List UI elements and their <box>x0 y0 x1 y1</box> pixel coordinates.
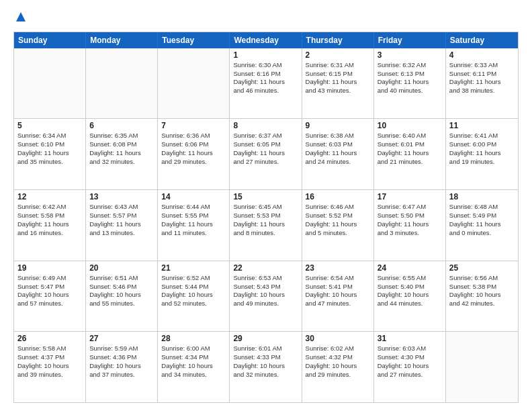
day-number: 15 <box>233 192 298 201</box>
calendar-cell: 20Sunrise: 6:51 AMSunset: 5:46 PMDayligh… <box>86 261 158 332</box>
day-number: 21 <box>161 263 226 273</box>
cell-line: Sunrise: 6:35 AM <box>89 132 154 140</box>
day-number: 23 <box>306 263 370 273</box>
cell-line: Sunrise: 6:45 AM <box>233 203 298 212</box>
day-number: 29 <box>233 334 298 343</box>
cell-line: Daylight: 11 hours <box>161 220 226 229</box>
calendar-cell: 16Sunrise: 6:46 AMSunset: 5:52 PMDayligh… <box>302 190 374 261</box>
day-number: 18 <box>449 192 515 201</box>
cell-line: Sunset: 5:52 PM <box>306 212 370 220</box>
calendar-cell: 7Sunrise: 6:36 AMSunset: 6:06 PMDaylight… <box>158 119 230 189</box>
cell-line: Sunset: 6:13 PM <box>378 70 442 79</box>
cell-line: Daylight: 11 hours <box>161 149 226 158</box>
calendar-header: SundayMondayTuesdayWednesdayThursdayFrid… <box>14 32 518 48</box>
cell-line: Sunset: 6:03 PM <box>306 140 370 149</box>
cell-line: and 19 minutes. <box>449 158 515 167</box>
cell-line: Daylight: 10 hours <box>449 291 515 300</box>
cell-line: Sunrise: 6:00 AM <box>161 345 226 353</box>
weekday-header: Monday <box>86 32 158 48</box>
cell-line: Daylight: 11 hours <box>306 78 370 87</box>
cell-line: Sunrise: 6:37 AM <box>233 132 298 140</box>
calendar-cell: 28Sunrise: 6:00 AMSunset: 4:34 PMDayligh… <box>158 332 230 402</box>
cell-line: and 34 minutes. <box>161 371 226 379</box>
cell-line: Sunset: 4:32 PM <box>306 353 370 362</box>
day-number: 25 <box>449 263 515 273</box>
cell-line: and 44 minutes. <box>378 300 442 308</box>
cell-line: Sunset: 4:36 PM <box>89 353 154 362</box>
day-number: 7 <box>161 121 226 130</box>
cell-line: Sunrise: 6:36 AM <box>161 132 226 140</box>
cell-line: Daylight: 10 hours <box>161 362 226 371</box>
day-number: 5 <box>17 121 82 130</box>
cell-line: and 35 minutes. <box>17 158 82 167</box>
calendar-cell: 4Sunrise: 6:33 AMSunset: 6:11 PMDaylight… <box>446 48 518 119</box>
day-number: 22 <box>233 263 298 273</box>
cell-line: and 46 minutes. <box>233 87 298 95</box>
day-number: 4 <box>449 50 515 60</box>
cell-line: Sunset: 4:33 PM <box>233 353 298 362</box>
calendar-row: 5Sunrise: 6:34 AMSunset: 6:10 PMDaylight… <box>14 118 518 189</box>
weekday-header: Wednesday <box>230 32 302 48</box>
calendar-cell: 10Sunrise: 6:40 AMSunset: 6:01 PMDayligh… <box>374 119 446 189</box>
day-number: 19 <box>17 263 82 273</box>
day-number: 28 <box>161 334 226 343</box>
cell-line: and 13 minutes. <box>89 229 154 238</box>
cell-line: Daylight: 10 hours <box>233 291 298 300</box>
calendar-cell: 21Sunrise: 6:52 AMSunset: 5:44 PMDayligh… <box>158 261 230 332</box>
cell-line: Sunrise: 6:34 AM <box>17 132 82 140</box>
cell-line: Sunset: 6:11 PM <box>449 70 515 79</box>
cell-line: Sunset: 5:58 PM <box>17 212 82 220</box>
cell-line: Daylight: 10 hours <box>17 362 82 371</box>
cell-line: and 42 minutes. <box>449 300 515 308</box>
cell-line: Sunrise: 6:33 AM <box>449 61 515 70</box>
day-number: 13 <box>89 192 154 201</box>
calendar-cell: 17Sunrise: 6:47 AMSunset: 5:50 PMDayligh… <box>374 190 446 261</box>
calendar-cell: 9Sunrise: 6:38 AMSunset: 6:03 PMDaylight… <box>302 119 374 189</box>
day-number: 26 <box>17 334 82 343</box>
cell-line: Sunset: 5:38 PM <box>449 283 515 291</box>
calendar-cell <box>86 48 158 119</box>
calendar-cell: 13Sunrise: 6:43 AMSunset: 5:57 PMDayligh… <box>86 190 158 261</box>
cell-line: Sunrise: 6:55 AM <box>378 274 442 283</box>
day-number: 6 <box>89 121 154 130</box>
cell-line: and 47 minutes. <box>306 300 370 308</box>
cell-line: and 32 minutes. <box>89 158 154 167</box>
cell-line: Sunset: 5:46 PM <box>89 283 154 291</box>
cell-line: Sunset: 6:00 PM <box>449 140 515 149</box>
day-number: 2 <box>306 50 370 60</box>
cell-line: Daylight: 10 hours <box>378 362 442 371</box>
cell-line: and 8 minutes. <box>233 229 298 238</box>
weekday-header: Sunday <box>14 32 86 48</box>
calendar-cell: 29Sunrise: 6:01 AMSunset: 4:33 PMDayligh… <box>230 332 302 402</box>
cell-line: Daylight: 11 hours <box>17 149 82 158</box>
calendar-cell: 23Sunrise: 6:54 AMSunset: 5:41 PMDayligh… <box>302 261 374 332</box>
calendar-cell: 27Sunrise: 5:59 AMSunset: 4:36 PMDayligh… <box>86 332 158 402</box>
cell-line: Daylight: 11 hours <box>89 220 154 229</box>
cell-line: Daylight: 10 hours <box>233 362 298 371</box>
calendar-row: 19Sunrise: 6:49 AMSunset: 5:47 PMDayligh… <box>14 261 518 332</box>
calendar-cell: 26Sunrise: 5:58 AMSunset: 4:37 PMDayligh… <box>14 332 86 402</box>
cell-line: Sunrise: 6:30 AM <box>233 61 298 70</box>
cell-line: Sunrise: 6:41 AM <box>449 132 515 140</box>
day-number: 31 <box>378 334 442 343</box>
cell-line: Sunrise: 6:38 AM <box>306 132 370 140</box>
cell-line: Daylight: 11 hours <box>378 78 442 87</box>
cell-line: Sunset: 6:16 PM <box>233 70 298 79</box>
calendar-row: 12Sunrise: 6:42 AMSunset: 5:58 PMDayligh… <box>14 189 518 261</box>
day-number: 30 <box>306 334 370 343</box>
calendar-cell: 31Sunrise: 6:03 AMSunset: 4:30 PMDayligh… <box>374 332 446 402</box>
cell-line: Sunrise: 6:49 AM <box>17 274 82 283</box>
cell-line: and 11 minutes. <box>161 229 226 238</box>
cell-line: Sunset: 4:30 PM <box>378 353 442 362</box>
calendar-cell <box>446 332 518 402</box>
weekday-header: Saturday <box>446 32 518 48</box>
cell-line: Sunrise: 6:31 AM <box>306 61 370 70</box>
cell-line: Sunset: 5:57 PM <box>89 212 154 220</box>
calendar-cell: 30Sunrise: 6:02 AMSunset: 4:32 PMDayligh… <box>302 332 374 402</box>
cell-line: and 29 minutes. <box>161 158 226 167</box>
weekday-header: Friday <box>374 32 446 48</box>
calendar-cell: 11Sunrise: 6:41 AMSunset: 6:00 PMDayligh… <box>446 119 518 189</box>
cell-line: Sunrise: 6:43 AM <box>89 203 154 212</box>
cell-line: Daylight: 10 hours <box>306 291 370 300</box>
cell-line: Daylight: 10 hours <box>89 362 154 371</box>
